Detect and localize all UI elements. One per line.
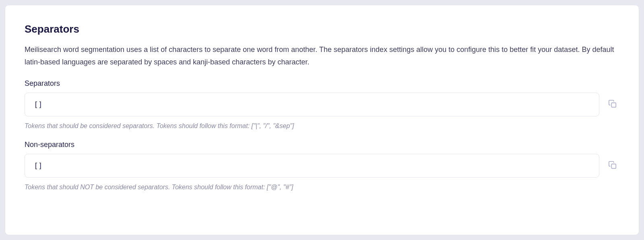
separators-input-row (25, 93, 619, 116)
copy-icon (608, 99, 617, 110)
svg-rect-0 (611, 103, 616, 107)
non-separators-input-row (25, 154, 619, 178)
section-description: Meilisearch word segmentation uses a lis… (25, 43, 619, 68)
separators-input[interactable] (25, 93, 599, 116)
non-separators-label: Non-separators (25, 141, 619, 149)
non-separators-copy-button[interactable] (606, 158, 619, 173)
non-separators-input[interactable] (25, 154, 599, 178)
separators-label: Separators (25, 79, 619, 88)
non-separators-hint: Tokens that should NOT be considered sep… (25, 182, 619, 192)
separators-field-group: Separators Tokens that should be conside… (25, 79, 619, 131)
settings-card: Separators Meilisearch word segmentation… (5, 5, 639, 235)
copy-icon (608, 161, 617, 171)
separators-hint: Tokens that should be considered separat… (25, 121, 619, 131)
section-title: Separators (25, 23, 619, 35)
non-separators-field-group: Non-separators Tokens that should NOT be… (25, 141, 619, 192)
separators-copy-button[interactable] (606, 97, 619, 112)
svg-rect-1 (611, 164, 616, 168)
